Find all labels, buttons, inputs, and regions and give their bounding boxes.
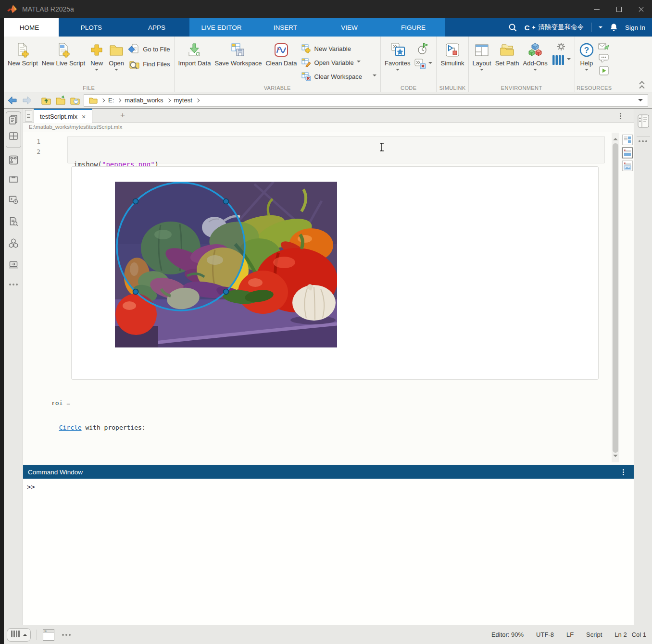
- parallel-pool-status-button[interactable]: [7, 628, 31, 642]
- cloud-folder-icon[interactable]: [69, 95, 81, 106]
- help-icon: ?: [579, 40, 594, 60]
- breadcrumb-folder[interactable]: mytest: [174, 97, 192, 104]
- new-variable-button[interactable]: New Variable: [301, 43, 376, 54]
- clear-commands-icon[interactable]: [414, 58, 426, 70]
- go-to-file-button[interactable]: Go to File: [128, 43, 170, 55]
- up-one-level-icon[interactable]: [40, 95, 52, 106]
- sign-in-link[interactable]: Sign In: [625, 24, 645, 31]
- breadcrumb-drive[interactable]: E:: [108, 97, 114, 104]
- tab-view[interactable]: VIEW: [317, 18, 381, 37]
- preferences-gear-icon[interactable]: [557, 42, 565, 51]
- close-button[interactable]: [630, 0, 652, 18]
- command-window-header[interactable]: Command Window: [23, 465, 634, 479]
- clean-data-button[interactable]: Clean Data: [265, 39, 297, 67]
- new-script-button[interactable]: New Script: [8, 39, 38, 67]
- new-live-script-button[interactable]: New Live Script: [42, 39, 85, 67]
- code-block[interactable]: imshow("peppers.png") roi = drawcircle(C…: [67, 136, 605, 163]
- simulink-button[interactable]: Simulink: [440, 39, 464, 67]
- notifications-bell-icon[interactable]: [610, 23, 618, 32]
- right-sidebar-more-icon[interactable]: [639, 140, 640, 142]
- tab-home[interactable]: HOME: [0, 18, 59, 37]
- encoding-indicator[interactable]: UTF-8: [536, 631, 554, 638]
- panel-layout-icon[interactable]: [638, 114, 649, 128]
- sidebar-connector-icon[interactable]: [8, 260, 19, 270]
- tab-plots[interactable]: PLOTS: [59, 18, 124, 37]
- terminal-button[interactable]: »: [43, 629, 54, 641]
- view-figure-panel-icon[interactable]: [622, 161, 633, 171]
- open-variable-icon: [301, 57, 312, 68]
- new-folder-icon[interactable]: [55, 95, 66, 106]
- sidebar-source-control-icon[interactable]: [8, 155, 19, 165]
- open-button[interactable]: Open: [108, 39, 125, 73]
- find-files-button[interactable]: Find Files: [128, 58, 170, 70]
- breadcrumb-folder[interactable]: matlab_works: [125, 97, 163, 104]
- tab-insert[interactable]: INSERT: [253, 18, 317, 37]
- status-divider: [37, 630, 37, 640]
- command-window-kebab-icon[interactable]: [623, 471, 624, 473]
- sidebar-panels-layout-icon[interactable]: [8, 131, 19, 141]
- chevron-down-icon[interactable]: [599, 26, 602, 30]
- ribbon-group-simulink: Simulink SIMULINK: [437, 37, 468, 92]
- live-editor-canvas[interactable]: 1 2 imshow("peppers.png") roi = drawcirc…: [23, 132, 634, 464]
- add-ons-button[interactable]: Add-Ons: [523, 39, 548, 73]
- document-bar-handle-icon[interactable]: [25, 110, 32, 122]
- favorites-icon: [389, 40, 406, 60]
- community-icon[interactable]: [599, 54, 609, 63]
- import-data-button[interactable]: Import Data: [178, 39, 211, 67]
- favorites-button[interactable]: Favorites: [385, 39, 410, 73]
- cursor-line-indicator[interactable]: Ln 2: [614, 631, 627, 638]
- help-button[interactable]: ? Help: [579, 39, 594, 73]
- document-tab-testscript[interactable]: testScript.mlx ×: [34, 109, 92, 123]
- view-output-inline-icon[interactable]: [622, 135, 633, 145]
- command-window-body[interactable]: >>: [23, 479, 634, 625]
- tab-apps[interactable]: APPS: [124, 18, 189, 37]
- peppers-image[interactable]: [115, 182, 337, 347]
- scroll-down-icon[interactable]: [613, 455, 618, 459]
- editor-scrollbar[interactable]: [612, 133, 619, 462]
- breadcrumb[interactable]: E: matlab_works mytest: [84, 94, 648, 107]
- sidebar-more-icon[interactable]: [9, 284, 11, 285]
- forward-button[interactable]: [21, 95, 33, 106]
- chevron-down-icon: [480, 69, 484, 73]
- set-path-button[interactable]: Set Path: [495, 39, 519, 67]
- cursor-col-indicator[interactable]: Col 1: [632, 631, 646, 638]
- sidebar-files-panel-icon[interactable]: [8, 114, 19, 125]
- layout-button[interactable]: Layout: [473, 39, 491, 73]
- eol-indicator[interactable]: LF: [566, 631, 574, 638]
- minimize-button[interactable]: [586, 0, 608, 18]
- save-workspace-button[interactable]: Save Workspace: [214, 39, 262, 67]
- code-analyzer-icon[interactable]: [417, 42, 429, 55]
- editor-zoom-level[interactable]: Editor: 90%: [491, 631, 524, 638]
- request-support-icon[interactable]: [598, 42, 610, 51]
- tab-figure[interactable]: FIGURE: [381, 18, 445, 37]
- open-variable-button[interactable]: Open Variable: [301, 57, 376, 68]
- file-type-indicator[interactable]: Script: [586, 631, 602, 638]
- clear-workspace-button[interactable]: Clear Workspace: [301, 71, 376, 82]
- learn-matlab-icon[interactable]: [599, 66, 609, 75]
- maximize-button[interactable]: [608, 0, 630, 18]
- copilot-quick-action[interactable]: C 清除变量和命令: [525, 23, 584, 32]
- find-files-icon: [128, 58, 140, 70]
- tab-live-editor[interactable]: LIVE EDITOR: [189, 18, 253, 37]
- collapse-ribbon-icon[interactable]: [639, 83, 645, 89]
- back-button[interactable]: [7, 95, 18, 106]
- close-tab-icon[interactable]: ×: [82, 113, 86, 121]
- chevron-down-icon[interactable]: [428, 62, 432, 66]
- scrollbar-thumb[interactable]: [613, 143, 618, 453]
- scroll-up-icon[interactable]: [613, 136, 618, 140]
- new-document-tab-icon[interactable]: +: [117, 111, 128, 120]
- sidebar-workspace-icon[interactable]: [8, 174, 19, 185]
- circle-doc-link[interactable]: Circle: [59, 424, 82, 431]
- chevron-down-icon[interactable]: [567, 58, 571, 62]
- tab-bar-kebab-icon[interactable]: [620, 115, 621, 117]
- figure-output[interactable]: [71, 166, 599, 380]
- status-more-icon[interactable]: [62, 634, 64, 636]
- parallel-pool-icon[interactable]: [552, 54, 565, 66]
- sidebar-command-history-icon[interactable]: [8, 195, 19, 205]
- search-icon[interactable]: [508, 23, 517, 32]
- view-output-right-icon[interactable]: [622, 148, 633, 158]
- breadcrumb-dropdown-icon[interactable]: [638, 99, 643, 104]
- sidebar-add-ons-icon[interactable]: [8, 238, 19, 248]
- sidebar-find-files-icon[interactable]: [8, 216, 19, 227]
- new-button[interactable]: New: [89, 39, 104, 73]
